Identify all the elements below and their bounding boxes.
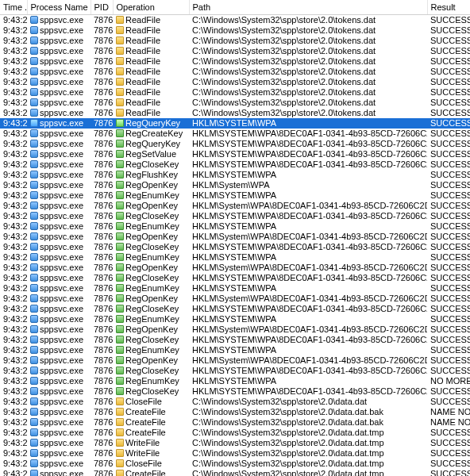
cell-path: HKLM\SYSTEM\WPA xyxy=(189,170,427,180)
table-row[interactable]: 9:43:2...sppsvc.exe7876RegEnumKeyHKLM\SY… xyxy=(0,252,470,263)
table-row[interactable]: 9:43:2...sppsvc.exe7876RegQueryKeyHKLM\S… xyxy=(0,139,470,149)
table-row[interactable]: 9:43:2...sppsvc.exe7876RegEnumKeyHKLM\SY… xyxy=(0,283,470,294)
registry-icon xyxy=(116,305,124,313)
registry-icon xyxy=(116,222,124,230)
file-icon xyxy=(116,418,124,426)
cell-time: 9:43:2... xyxy=(0,170,27,180)
process-icon xyxy=(30,26,38,34)
cell-result: SUCCESS xyxy=(427,438,470,448)
cell-operation: CreateFile xyxy=(113,469,189,476)
table-row[interactable]: 9:43:2...sppsvc.exe7876RegCloseKeyHKLM\S… xyxy=(0,273,470,283)
cell-path: HKLM\SYSTEM\WPA\8DEC0AF1-0341-4b93-85CD-… xyxy=(189,335,427,345)
table-row[interactable]: 9:43:2...sppsvc.exe7876RegEnumKeyHKLM\SY… xyxy=(0,190,470,201)
table-row[interactable]: 9:43:2...sppsvc.exe7876RegCloseKeyHKLM\S… xyxy=(0,366,470,376)
cell-result: SUCCESS xyxy=(427,397,470,407)
table-row[interactable]: 9:43:2...sppsvc.exe7876RegCreateKeyHKLM\… xyxy=(0,129,470,139)
table-row[interactable]: 9:43:2...sppsvc.exe7876RegEnumKeyHKLM\SY… xyxy=(0,314,470,324)
cell-operation: ReadFile xyxy=(113,108,189,118)
registry-icon xyxy=(116,356,124,364)
cell-path: HKLM\SYSTEM\WPA\8DEC0AF1-0341-4b93-85CD-… xyxy=(189,129,427,139)
registry-icon xyxy=(116,160,124,168)
cell-time: 9:43:2... xyxy=(0,67,27,77)
col-header-time[interactable]: Time ... xyxy=(0,0,27,15)
cell-operation: RegCloseKey xyxy=(113,386,189,397)
col-header-process[interactable]: Process Name xyxy=(27,0,91,15)
table-row[interactable]: 9:43:2...sppsvc.exe7876RegOpenKeyHKLM\Sy… xyxy=(0,263,470,273)
table-row[interactable]: 9:43:2...sppsvc.exe7876RegEnumKeyHKLM\SY… xyxy=(0,376,470,386)
table-row[interactable]: 9:43:2...sppsvc.exe7876CreateFileC:\Wind… xyxy=(0,407,470,417)
table-row[interactable]: 9:43:2...sppsvc.exe7876RegOpenKeyHKLM\Sy… xyxy=(0,180,470,190)
table-row[interactable]: 9:43:2...sppsvc.exe7876RegEnumKeyHKLM\SY… xyxy=(0,221,470,232)
table-row[interactable]: 9:43:2...sppsvc.exe7876CloseFileC:\Windo… xyxy=(0,459,470,469)
cell-process: sppsvc.exe xyxy=(27,25,91,36)
table-row[interactable]: 9:43:2...sppsvc.exe7876ReadFileC:\Window… xyxy=(0,15,470,26)
cell-process: sppsvc.exe xyxy=(27,345,91,355)
col-header-path[interactable]: Path xyxy=(189,0,427,15)
table-row[interactable]: 9:43:2...sppsvc.exe7876ReadFileC:\Window… xyxy=(0,87,470,98)
table-row[interactable]: 9:43:2...sppsvc.exe7876RegOpenKeyHKLM\Sy… xyxy=(0,294,470,304)
table-row[interactable]: 9:43:2...sppsvc.exe7876RegCloseKeyHKLM\S… xyxy=(0,159,470,170)
cell-result: SUCCESS xyxy=(427,294,470,304)
file-icon xyxy=(116,428,124,436)
table-row[interactable]: 9:43:2...sppsvc.exe7876RegEnumKeyHKLM\SY… xyxy=(0,345,470,355)
file-icon xyxy=(116,439,124,447)
table-row[interactable]: 9:43:2...sppsvc.exe7876ReadFileC:\Window… xyxy=(0,98,470,108)
cell-result: SUCCESS xyxy=(427,56,470,67)
table-row[interactable]: 9:43:2...sppsvc.exe7876ReadFileC:\Window… xyxy=(0,46,470,56)
cell-time: 9:43:2... xyxy=(0,304,27,314)
col-header-result[interactable]: Result xyxy=(427,0,470,15)
table-row[interactable]: 9:43:2...sppsvc.exe7876RegQueryKeyHKLM\S… xyxy=(0,118,470,129)
table-row[interactable]: 9:43:2...sppsvc.exe7876RegCloseKeyHKLM\S… xyxy=(0,242,470,252)
table-row[interactable]: 9:43:2...sppsvc.exe7876ReadFileC:\Window… xyxy=(0,25,470,36)
cell-path: HKLM\System\WPA\8DEC0AF1-0341-4b93-85CD-… xyxy=(189,201,427,211)
cell-process: sppsvc.exe xyxy=(27,438,91,448)
cell-pid: 7876 xyxy=(91,366,113,376)
cell-path: HKLM\SYSTEM\WPA xyxy=(189,376,427,386)
table-row[interactable]: 9:43:2...sppsvc.exe7876CreateFileC:\Wind… xyxy=(0,469,470,476)
cell-operation: RegOpenKey xyxy=(113,263,189,273)
cell-path: C:\Windows\System32\spp\store\2.0\data.d… xyxy=(189,417,427,428)
table-row[interactable]: 9:43:2...sppsvc.exe7876ReadFileC:\Window… xyxy=(0,108,470,118)
table-row[interactable]: 9:43:2...sppsvc.exe7876CreateFileC:\Wind… xyxy=(0,428,470,438)
cell-operation: RegSetValue xyxy=(113,149,189,159)
cell-time: 9:43:2... xyxy=(0,211,27,221)
table-row[interactable]: 9:43:2...sppsvc.exe7876ReadFileC:\Window… xyxy=(0,67,470,77)
cell-time: 9:43:2... xyxy=(0,469,27,476)
cell-pid: 7876 xyxy=(91,25,113,36)
table-row[interactable]: 9:43:2...sppsvc.exe7876RegOpenKeyHKLM\Sy… xyxy=(0,232,470,242)
cell-operation: WriteFile xyxy=(113,448,189,459)
table-row[interactable]: 9:43:2...sppsvc.exe7876WriteFileC:\Windo… xyxy=(0,448,470,459)
process-icon xyxy=(30,449,38,457)
table-row[interactable]: 9:43:2...sppsvc.exe7876ReadFileC:\Window… xyxy=(0,77,470,87)
table-row[interactable]: 9:43:2...sppsvc.exe7876RegOpenKeyHKLM\Sy… xyxy=(0,201,470,211)
cell-process: sppsvc.exe xyxy=(27,129,91,139)
table-row[interactable]: 9:43:2...sppsvc.exe7876RegOpenKeyHKLM\Sy… xyxy=(0,355,470,366)
table-row[interactable]: 9:43:2...sppsvc.exe7876WriteFileC:\Windo… xyxy=(0,438,470,448)
table-row[interactable]: 9:43:2...sppsvc.exe7876RegCloseKeyHKLM\S… xyxy=(0,335,470,345)
table-row[interactable]: 9:43:2...sppsvc.exe7876CloseFileC:\Windo… xyxy=(0,397,470,407)
table-row[interactable]: 9:43:2...sppsvc.exe7876RegCloseKeyHKLM\S… xyxy=(0,211,470,221)
table-row[interactable]: 9:43:2...sppsvc.exe7876RegOpenKeyHKLM\Sy… xyxy=(0,324,470,335)
table-row[interactable]: 9:43:2...sppsvc.exe7876ReadFileC:\Window… xyxy=(0,36,470,46)
cell-operation: RegCreateKey xyxy=(113,129,189,139)
cell-result: SUCCESS xyxy=(427,129,470,139)
cell-time: 9:43:2... xyxy=(0,438,27,448)
cell-pid: 7876 xyxy=(91,201,113,211)
cell-operation: ReadFile xyxy=(113,77,189,87)
cell-path: HKLM\SYSTEM\WPA xyxy=(189,314,427,324)
process-icon xyxy=(30,47,38,55)
process-icon xyxy=(30,181,38,189)
col-header-operation[interactable]: Operation xyxy=(113,0,189,15)
registry-icon xyxy=(116,202,124,209)
file-icon xyxy=(116,16,124,24)
table-row[interactable]: 9:43:2...sppsvc.exe7876ReadFileC:\Window… xyxy=(0,56,470,67)
table-row[interactable]: 9:43:2...sppsvc.exe7876RegCloseKeyHKLM\S… xyxy=(0,304,470,314)
col-header-pid[interactable]: PID xyxy=(91,0,113,15)
table-row[interactable]: 9:43:2...sppsvc.exe7876RegSetValueHKLM\S… xyxy=(0,149,470,159)
table-row[interactable]: 9:43:2...sppsvc.exe7876RegFlushKeyHKLM\S… xyxy=(0,170,470,180)
cell-process: sppsvc.exe xyxy=(27,77,91,87)
table-row[interactable]: 9:43:2...sppsvc.exe7876RegCloseKeyHKLM\S… xyxy=(0,386,470,397)
table-row[interactable]: 9:43:2...sppsvc.exe7876CreateFileC:\Wind… xyxy=(0,417,470,428)
procmon-event-table[interactable]: Time ... Process Name PID Operation Path… xyxy=(0,0,470,476)
cell-process: sppsvc.exe xyxy=(27,428,91,438)
